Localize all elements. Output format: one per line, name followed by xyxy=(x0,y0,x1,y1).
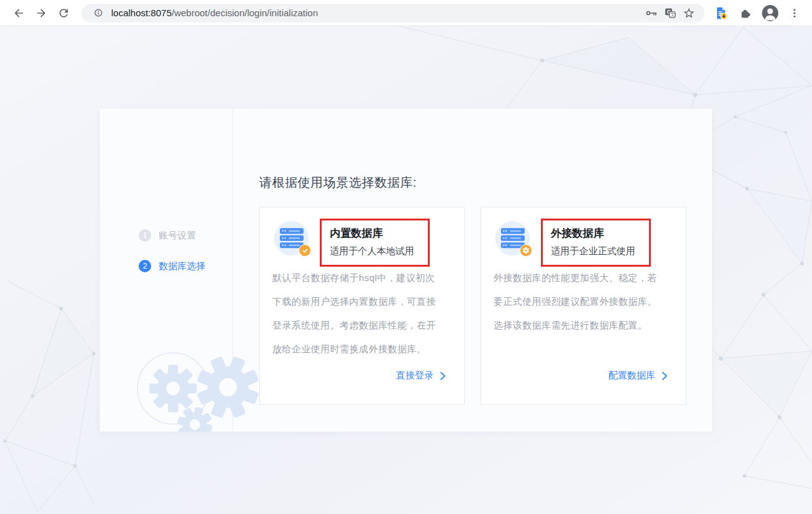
kebab-menu-icon[interactable] xyxy=(783,2,806,24)
browser-toolbar: localhost:8075/webroot/decision/login/in… xyxy=(0,0,812,26)
page-background: 1 账号设置 2 数据库选择 xyxy=(0,26,812,514)
puzzle-piece-icon[interactable] xyxy=(735,2,757,24)
step-2-circle: 2 xyxy=(139,260,151,272)
info-circle-icon[interactable] xyxy=(89,4,107,22)
bookmark-star-icon[interactable] xyxy=(680,4,698,22)
url-path: /webroot/decision/login/initialization xyxy=(172,7,318,18)
builtin-card-subtitle: 适用于个人本地试用 xyxy=(330,245,414,257)
external-card-description: 外接数据库的性能更加强大、稳定，若 要正式使用强烈建议配置外接数据库。 选择该数… xyxy=(493,266,678,337)
external-title-highlight-box: 外接数据库 适用于企业正式使用 xyxy=(541,219,651,267)
desc-line: 选择该数据库需先进行数据库配置。 xyxy=(493,314,678,337)
chevron-right-icon xyxy=(661,372,668,380)
desc-line: 下载的新用户选择内置数据库，可直接 xyxy=(272,290,457,314)
translate-icon[interactable]: G 文 xyxy=(661,4,680,22)
forward-icon[interactable] xyxy=(30,2,52,24)
toolbar-right-cluster xyxy=(710,2,806,24)
direct-login-link[interactable]: 直接登录 xyxy=(396,370,447,382)
reload-icon[interactable] xyxy=(52,2,75,24)
step-1-label: 账号设置 xyxy=(159,230,196,242)
url-text: localhost:8075/webroot/decision/login/in… xyxy=(111,7,642,18)
document-download-extension-icon[interactable] xyxy=(710,2,732,24)
desc-line: 放给企业使用时需换成外接数据库。 xyxy=(272,337,457,361)
step-1-circle: 1 xyxy=(139,229,151,242)
configure-database-label: 配置数据库 xyxy=(608,370,655,382)
desc-line: 外接数据库的性能更加强大、稳定，若 xyxy=(493,266,678,290)
builtin-title-highlight-box: 内置数据库 适用于个人本地试用 xyxy=(320,219,430,267)
check-circle-icon xyxy=(299,244,311,257)
url-host: localhost:8075 xyxy=(111,7,172,18)
desc-line: 要正式使用强烈建议配置外接数据库。 xyxy=(493,290,678,314)
wizard-steps: 1 账号设置 2 数据库选择 xyxy=(139,229,205,272)
step-account-settings: 1 账号设置 xyxy=(139,229,205,242)
database-server-icon xyxy=(274,221,309,255)
step-database-selection: 2 数据库选择 xyxy=(139,260,205,272)
page-title: 请根据使用场景选择数据库: xyxy=(259,174,417,191)
wizard-sidebar: 1 账号设置 2 数据库选择 xyxy=(100,109,233,432)
builtin-card-title: 内置数据库 xyxy=(330,226,414,240)
svg-text:文: 文 xyxy=(671,12,675,17)
gear-circle-icon xyxy=(520,244,532,257)
key-icon[interactable] xyxy=(642,4,661,22)
address-bar[interactable]: localhost:8075/webroot/decision/login/in… xyxy=(81,4,705,22)
external-card-title: 外接数据库 xyxy=(551,226,635,240)
chevron-right-icon xyxy=(439,372,447,380)
external-database-card[interactable]: 外接数据库 适用于企业正式使用 外接数据库的性能更加强大、稳定，若 要正式使用强… xyxy=(480,207,686,405)
direct-login-label: 直接登录 xyxy=(396,370,433,382)
external-card-subtitle: 适用于企业正式使用 xyxy=(551,245,635,257)
configure-database-link[interactable]: 配置数据库 xyxy=(608,370,668,382)
builtin-database-card[interactable]: 内置数据库 适用于个人本地试用 默认平台数据存储于hsql中，建议初次 下载的新… xyxy=(259,207,465,405)
initialization-panel: 1 账号设置 2 数据库选择 xyxy=(100,109,712,432)
profile-avatar-icon[interactable] xyxy=(760,2,781,24)
desc-line: 默认平台数据存储于hsql中，建议初次 xyxy=(272,266,457,290)
step-2-label: 数据库选择 xyxy=(159,260,205,272)
database-server-icon xyxy=(495,221,530,255)
builtin-card-description: 默认平台数据存储于hsql中，建议初次 下载的新用户选择内置数据库，可直接 登录… xyxy=(272,266,457,361)
back-icon[interactable] xyxy=(7,2,30,24)
desc-line: 登录系统使用。考虑数据库性能，在开 xyxy=(272,314,457,337)
